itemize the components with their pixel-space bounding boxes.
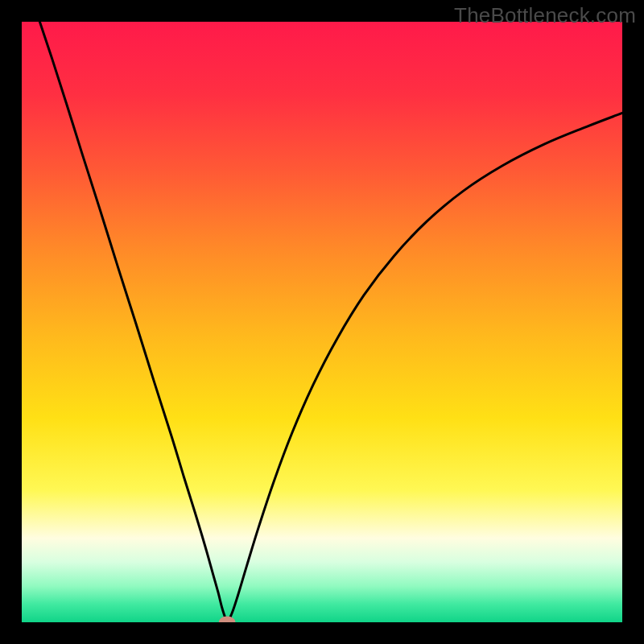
chart-frame: TheBottleneck.com <box>0 0 644 644</box>
chart-background-gradient <box>22 22 622 622</box>
chart-plot-area <box>22 22 622 622</box>
watermark-label: TheBottleneck.com <box>454 3 636 28</box>
chart-svg <box>22 22 622 622</box>
